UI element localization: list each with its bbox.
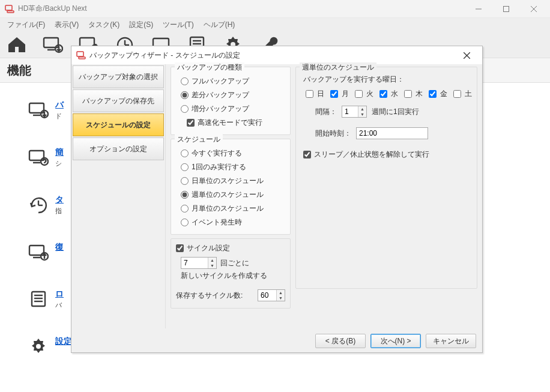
home-icon[interactable] xyxy=(5,34,29,55)
start-time-input[interactable] xyxy=(356,127,428,139)
back-button[interactable]: < 戻る(B) xyxy=(315,334,366,348)
spin-up-icon[interactable]: ▲ xyxy=(208,258,216,263)
app-icon xyxy=(5,4,14,14)
checkbox-day-sun[interactable] xyxy=(306,90,313,98)
svg-point-38 xyxy=(36,344,41,349)
wizard-close-button[interactable] xyxy=(455,47,479,64)
menu-help[interactable]: ヘルプ(H) xyxy=(199,19,240,31)
menu-settings[interactable]: 設定(S) xyxy=(124,19,158,31)
radio-schedule-now[interactable] xyxy=(181,149,189,157)
label-schedule-once: 1回のみ実行する xyxy=(192,162,246,172)
next-button[interactable]: 次へ(N) > xyxy=(370,334,421,348)
backup-wizard-dialog: バックアップウィザード - スケジュールの設定 バックアップ対象の選択 バックア… xyxy=(71,46,483,353)
wizard-step-schedule[interactable]: スケジュールの設定 xyxy=(73,113,164,136)
checkbox-day-thu[interactable] xyxy=(404,90,412,98)
close-button[interactable] xyxy=(520,0,548,18)
feature-link[interactable]: バ xyxy=(55,100,64,110)
menu-task[interactable]: タスク(K) xyxy=(83,19,124,31)
menu-file[interactable]: ファイル(F) xyxy=(2,19,50,31)
checkbox-wake-from-sleep[interactable] xyxy=(303,151,311,158)
app-title: HD革命/BackUp Next xyxy=(18,4,465,14)
interval-input[interactable] xyxy=(342,106,358,117)
backup-icon[interactable] xyxy=(41,34,65,55)
cycle-group: サイクル設定 ▲▼ 回ごとに 新しいサイクルを作成する 保存するサイクル数: ▲… xyxy=(171,238,291,309)
radio-diff-backup[interactable] xyxy=(181,91,189,99)
wizard-step-options[interactable]: オプションの設定 xyxy=(73,137,164,160)
minimize-button[interactable] xyxy=(465,0,492,18)
wizard-step-destination[interactable]: バックアップの保存先 xyxy=(73,89,164,112)
weekly-group: 週単位のスケジュール バックアップを実行する曜日： 日 月 火 水 木 金 土 … xyxy=(295,67,477,289)
wizard-title: バックアップウィザード - スケジュールの設定 xyxy=(89,50,455,61)
backup-type-group: バックアップの種類 フルバックアップ 差分バックアップ 増分バックアップ 高速化… xyxy=(171,67,291,135)
wizard-step-target[interactable]: バックアップ対象の選択 xyxy=(73,65,164,88)
cycle-create-new: 新しいサイクルを作成する xyxy=(181,271,267,281)
radio-schedule-daily[interactable] xyxy=(181,177,189,185)
svg-rect-39 xyxy=(77,52,83,56)
checkbox-cycle-enable[interactable] xyxy=(176,244,184,252)
feature-link[interactable]: 簡 xyxy=(55,147,64,158)
radio-inc-backup[interactable] xyxy=(181,105,189,113)
schedule-group: スケジュール 今すぐ実行する 1回のみ実行する 日単位のスケジュール 週単位のス… xyxy=(171,139,291,235)
cancel-button[interactable]: キャンセル xyxy=(426,334,476,348)
simple-backup-icon xyxy=(26,147,50,167)
label-inc-backup: 増分バックアップ xyxy=(192,104,249,114)
spin-up-icon[interactable]: ▲ xyxy=(277,290,285,295)
cycle-every-spinner[interactable]: ▲▼ xyxy=(181,257,217,269)
radio-schedule-once[interactable] xyxy=(181,163,189,171)
wizard-footer: < 戻る(B) 次へ(N) > キャンセル xyxy=(71,328,482,354)
cycle-keep-label: 保存するサイクル数: xyxy=(176,291,243,301)
menu-tools[interactable]: ツール(T) xyxy=(158,19,198,31)
label-day-wed: 水 xyxy=(391,89,398,99)
radio-schedule-event[interactable] xyxy=(181,219,189,226)
label-day-sun: 日 xyxy=(317,89,324,99)
restore-icon xyxy=(26,242,50,262)
checkbox-day-mon[interactable] xyxy=(330,90,338,98)
backup-icon xyxy=(26,100,50,120)
cycle-keep-spinner[interactable]: ▲▼ xyxy=(258,289,285,301)
label-full-backup: フルバックアップ xyxy=(192,76,249,86)
svg-rect-0 xyxy=(5,5,12,10)
feature-link[interactable]: ロ xyxy=(55,289,64,300)
label-day-thu: 木 xyxy=(416,89,423,99)
label-diff-backup: 差分バックアップ xyxy=(192,90,249,100)
label-schedule-daily: 日単位のスケジュール xyxy=(192,176,264,186)
gear-icon xyxy=(26,336,50,357)
label-cycle-enable: サイクル設定 xyxy=(187,243,230,253)
checkbox-day-fri[interactable] xyxy=(429,90,437,98)
svg-rect-1 xyxy=(7,11,14,13)
checkbox-fast-mode[interactable] xyxy=(187,119,195,127)
spin-down-icon[interactable]: ▼ xyxy=(208,263,216,268)
label-wake-from-sleep: スリープ／休止状態を解除して実行 xyxy=(314,149,429,160)
feature-link[interactable]: 復 xyxy=(55,242,64,253)
checkbox-day-tue[interactable] xyxy=(355,90,363,98)
main-titlebar: HD革命/BackUp Next xyxy=(0,0,550,18)
feature-link[interactable]: タ xyxy=(55,194,64,205)
label-day-mon: 月 xyxy=(342,89,349,99)
feature-desc: 指 xyxy=(55,207,64,216)
svg-rect-3 xyxy=(504,6,509,11)
menu-view[interactable]: 表示(V) xyxy=(50,19,83,31)
window-controls xyxy=(465,0,548,18)
radio-schedule-monthly[interactable] xyxy=(181,205,189,213)
radio-schedule-weekly[interactable] xyxy=(181,191,189,199)
checkbox-day-wed[interactable] xyxy=(379,90,387,98)
cycle-keep-input[interactable] xyxy=(258,290,276,301)
maximize-button[interactable] xyxy=(492,0,520,18)
timer-icon xyxy=(26,194,50,215)
feature-link[interactable]: 設定 xyxy=(55,336,72,347)
menu-bar: ファイル(F) 表示(V) タスク(K) 設定(S) ツール(T) ヘルプ(H) xyxy=(0,18,550,31)
svg-rect-40 xyxy=(79,57,85,59)
spin-down-icon[interactable]: ▼ xyxy=(358,112,366,117)
feature-desc: ド xyxy=(55,112,64,121)
weekly-run-days-label: バックアップを実行する曜日： xyxy=(303,74,472,85)
feature-desc: シ xyxy=(55,159,64,168)
spin-up-icon[interactable]: ▲ xyxy=(358,106,366,112)
spin-down-icon[interactable]: ▼ xyxy=(277,295,285,301)
log-icon xyxy=(26,289,50,309)
checkbox-day-sat[interactable] xyxy=(453,90,461,98)
interval-spinner[interactable]: ▲▼ xyxy=(342,106,367,118)
radio-full-backup[interactable] xyxy=(181,77,189,85)
cycle-every-input[interactable] xyxy=(181,258,208,268)
label-fast-mode: 高速化モードで実行 xyxy=(198,118,262,128)
wizard-titlebar: バックアップウィザード - スケジュールの設定 xyxy=(71,46,482,64)
